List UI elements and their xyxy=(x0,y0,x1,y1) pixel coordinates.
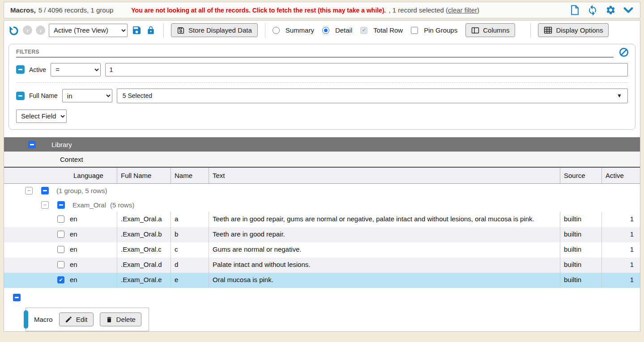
nav-next-icon[interactable]: › xyxy=(36,25,45,35)
toolbar-separator xyxy=(265,23,265,38)
pin-groups-checkbox[interactable] xyxy=(411,27,418,34)
cell-active: 1 xyxy=(601,212,640,227)
undo-icon[interactable] xyxy=(9,25,19,36)
cell-full-name: .Exam_Oral.e xyxy=(117,273,171,288)
pencil-icon xyxy=(65,316,73,323)
row-checkbox[interactable] xyxy=(57,231,64,238)
column-header-name[interactable]: Name xyxy=(171,168,209,183)
columns-icon xyxy=(471,27,479,34)
collapse-footer-icon[interactable] xyxy=(13,294,21,301)
page-title: Macros, xyxy=(10,6,36,14)
caret-down-icon: ▼ xyxy=(617,93,622,99)
columns-button[interactable]: Columns xyxy=(465,23,515,37)
select-field-dropdown[interactable]: Select Field xyxy=(16,110,67,123)
selection-prefix: , 1 record selected ( xyxy=(389,6,448,14)
cell-active: 1 xyxy=(601,227,640,242)
cell-full-name: .Exam_Oral.c xyxy=(117,242,171,258)
new-document-icon[interactable] xyxy=(569,5,580,16)
save-icon[interactable] xyxy=(131,25,142,36)
tree-group-name: Exam_Oral xyxy=(73,201,106,209)
remove-filter-icon[interactable] xyxy=(16,92,25,100)
selection-status: , 1 record selected (clear filter) xyxy=(389,6,480,14)
toolbar-separator xyxy=(530,23,531,38)
row-checkbox[interactable] xyxy=(57,246,64,253)
edit-button[interactable]: Edit xyxy=(59,312,94,326)
row-checkbox[interactable] xyxy=(57,215,64,223)
total-row-checkbox: ✔ xyxy=(360,27,367,34)
filter-row-full-name: Full Name in 5 Selected ▼ xyxy=(16,82,628,103)
table-row[interactable]: en .Exam_Oral.d d Palate intact and with… xyxy=(4,258,640,273)
display-options-button[interactable]: Display Options xyxy=(538,23,609,37)
filter-multiselect[interactable]: 5 Selected ▼ xyxy=(117,89,628,103)
cell-name: c xyxy=(171,242,209,258)
columns-button-label: Columns xyxy=(483,26,509,34)
cell-source: builtin xyxy=(560,227,601,242)
cell-language: en xyxy=(70,276,77,283)
filter-value-input[interactable] xyxy=(105,63,628,76)
summary-radio[interactable] xyxy=(273,27,280,34)
filter-field-label: Full Name xyxy=(29,92,58,99)
delete-button[interactable]: Delete xyxy=(100,312,141,326)
filter-row-active: Active = xyxy=(16,63,628,76)
column-header-language[interactable]: Language xyxy=(4,168,117,183)
cell-full-name: .Exam_Oral.d xyxy=(117,258,171,273)
store-displayed-data-button[interactable]: Store Displayed Data xyxy=(171,23,258,37)
cell-source: builtin xyxy=(560,242,601,258)
nav-prev-icon[interactable]: ‹ xyxy=(23,25,32,35)
macro-label: Macro xyxy=(34,316,53,323)
gear-icon[interactable] xyxy=(605,5,616,16)
collapse-group-icon[interactable] xyxy=(41,187,49,194)
fetch-warning[interactable]: You are not looking at all of the record… xyxy=(131,7,386,14)
total-row-label: Total Row xyxy=(373,26,403,34)
table-row[interactable]: en .Exam_Oral.a a Teeth are in good repa… xyxy=(4,212,640,227)
filter-operator-select[interactable]: in xyxy=(62,89,112,102)
store-displayed-data-label: Store Displayed Data xyxy=(188,26,252,34)
header-bar: Macros, 5 / 4096 records, 1 group You ar… xyxy=(4,2,640,18)
row-checkbox[interactable]: ✔ xyxy=(57,276,64,283)
tree-group-count: (5 rows) xyxy=(110,201,134,209)
display-options-label: Display Options xyxy=(556,26,603,34)
detail-radio[interactable] xyxy=(322,27,329,34)
summary-radio-label: Summary xyxy=(286,26,314,34)
column-header-text[interactable]: Text xyxy=(209,168,560,183)
cell-text: Gums are normal or negative. xyxy=(209,242,560,258)
cell-source: builtin xyxy=(560,273,601,288)
row-checkbox[interactable] xyxy=(57,261,64,268)
collapse-library-icon[interactable] xyxy=(28,141,36,148)
collapse-expander-icon[interactable]: − xyxy=(25,187,33,194)
cell-text: Teeth are in good repair, gums are norma… xyxy=(209,212,560,227)
table-row-selected[interactable]: ✔en .Exam_Oral.e e Oral mucosa is pink. … xyxy=(4,273,640,288)
library-group-bar: Library xyxy=(4,137,640,152)
select-field-row: Select Field xyxy=(16,110,628,123)
collapse-expander-icon[interactable]: − xyxy=(41,201,49,209)
detail-radio-label: Detail xyxy=(335,26,352,34)
delete-button-label: Delete xyxy=(116,316,136,323)
column-header-active[interactable]: Active xyxy=(601,168,640,183)
cell-full-name: .Exam_Oral.a xyxy=(117,212,171,227)
table-header-row: Language Full Name Name Text Source Acti… xyxy=(4,168,640,184)
view-select[interactable]: Active (Tree View) xyxy=(49,24,128,37)
cell-text: Oral mucosa is pink. xyxy=(209,273,560,288)
clear-filter-link[interactable]: clear filter xyxy=(448,6,477,14)
table-row[interactable]: en .Exam_Oral.b b Teeth are in good repa… xyxy=(4,227,640,242)
filters-panel: FILTERS Active = Full Name in 5 Selected… xyxy=(9,44,635,130)
column-header-full-name[interactable]: Full Name xyxy=(117,168,171,183)
collapse-group-icon[interactable] xyxy=(57,201,65,209)
tree-group-row: − Exam_Oral (5 rows) xyxy=(4,198,640,212)
refresh-icon[interactable] xyxy=(587,5,598,16)
table-row[interactable]: en .Exam_Oral.c c Gums are normal or neg… xyxy=(4,242,640,258)
filter-operator-select[interactable]: = xyxy=(51,63,101,76)
filters-title: FILTERS xyxy=(16,49,614,58)
column-header-source[interactable]: Source xyxy=(560,168,601,183)
cell-name: d xyxy=(171,258,209,273)
footer-collapse-row xyxy=(4,288,640,301)
remove-filter-icon[interactable] xyxy=(16,65,25,74)
cell-source: builtin xyxy=(560,212,601,227)
tree-root-row: − (1 group, 5 rows) xyxy=(4,184,640,198)
toolbar-separator xyxy=(163,23,164,38)
block-icon[interactable] xyxy=(619,47,629,57)
display-options-icon xyxy=(544,26,552,34)
lock-icon[interactable] xyxy=(145,25,156,36)
chevron-down-icon[interactable] xyxy=(623,5,634,16)
selection-suffix: ) xyxy=(477,6,479,14)
